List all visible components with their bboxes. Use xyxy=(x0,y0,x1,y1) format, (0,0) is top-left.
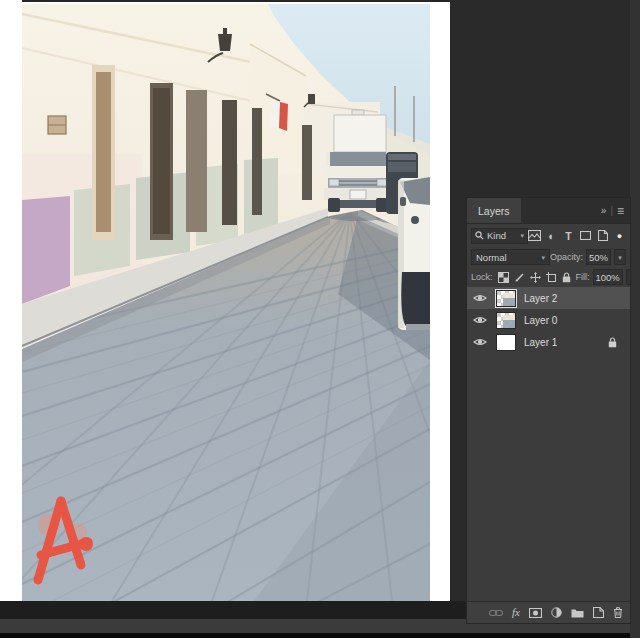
window-top-edge xyxy=(22,0,450,2)
visibility-eye-icon[interactable] xyxy=(473,293,493,303)
collapse-panel-icon[interactable]: » xyxy=(601,205,607,216)
panel-menu-icon[interactable]: ≡ xyxy=(617,204,624,218)
pasteboard-lower xyxy=(0,601,466,619)
lock-all-icon[interactable] xyxy=(562,272,571,283)
filter-smart-objects-icon[interactable] xyxy=(596,230,609,241)
window-bottom-edge xyxy=(0,633,640,638)
new-group-folder-icon[interactable] xyxy=(571,608,584,618)
white-suv xyxy=(398,177,430,330)
new-adjustment-layer-icon[interactable] xyxy=(551,607,562,618)
filter-kind-select[interactable]: Kind ▾ xyxy=(471,228,528,244)
layer-row-layer2[interactable]: Layer 2 xyxy=(467,287,630,309)
add-layer-mask-icon[interactable] xyxy=(529,608,542,618)
layer-thumbnail[interactable] xyxy=(496,290,516,307)
layer-row-layer1[interactable]: Layer 1 xyxy=(467,331,630,353)
chevron-down-icon: ▾ xyxy=(618,254,622,261)
chevron-down-icon: ▾ xyxy=(520,232,524,239)
fill-dropdown-button[interactable]: ▾ xyxy=(626,269,630,285)
opacity-dropdown-button[interactable]: ▾ xyxy=(614,249,626,265)
delete-layer-trash-icon[interactable] xyxy=(613,607,623,618)
panel-footer: fx xyxy=(467,601,630,623)
opacity-value[interactable]: 50% xyxy=(586,249,611,265)
layer-styles-fx-icon[interactable]: fx xyxy=(512,607,520,618)
opacity-label: Opacity: xyxy=(550,252,583,262)
purple-wall-section xyxy=(22,196,70,304)
new-layer-icon[interactable] xyxy=(593,607,604,618)
filter-toggle-icon[interactable]: ● xyxy=(613,231,626,241)
lock-position-icon[interactable] xyxy=(530,272,541,283)
document-canvas[interactable] xyxy=(22,4,430,601)
layer-name: Layer 0 xyxy=(524,315,557,326)
layer-name: Layer 2 xyxy=(524,293,557,304)
filter-row: Kind ▾ ◐ T ● xyxy=(467,224,630,247)
visibility-eye-icon[interactable] xyxy=(473,337,493,347)
blend-row: Normal ▾ Opacity: 50% ▾ xyxy=(467,247,630,267)
blend-mode-select[interactable]: Normal ▾ xyxy=(471,249,550,265)
layer-thumbnail[interactable] xyxy=(496,334,516,351)
fill-value[interactable]: 100% xyxy=(593,269,623,285)
link-layers-icon[interactable] xyxy=(489,609,503,617)
filter-shape-layers-icon[interactable] xyxy=(579,231,592,240)
chevron-down-icon: ▾ xyxy=(541,254,545,261)
filter-kind-label: Kind xyxy=(487,230,506,241)
filter-adjustment-layers-icon[interactable]: ◐ xyxy=(545,230,558,242)
lock-transparent-pixels-icon[interactable] xyxy=(498,272,509,283)
search-icon xyxy=(475,231,484,240)
visibility-eye-icon[interactable] xyxy=(473,315,493,325)
panel-dock-edge xyxy=(630,0,640,638)
layer-thumbnail[interactable] xyxy=(496,312,516,329)
lock-image-pixels-icon[interactable] xyxy=(514,272,525,283)
fill-label: Fill: xyxy=(576,272,590,282)
tab-layers[interactable]: Layers xyxy=(467,198,521,223)
lock-artboard-icon[interactable] xyxy=(546,272,557,283)
lock-label: Lock: xyxy=(471,272,493,282)
layer-row-layer0[interactable]: Layer 0 xyxy=(467,309,630,331)
layer-locked-icon xyxy=(608,337,617,348)
panel-tab-bar: Layers » | ≡ xyxy=(467,198,630,224)
lock-row: Lock: xyxy=(467,267,630,287)
panel-empty-area xyxy=(467,353,630,601)
layer-name: Layer 1 xyxy=(524,337,557,348)
layers-list: Layer 2 Layer 0 Layer 1 xyxy=(467,287,630,353)
filter-pixel-layers-icon[interactable] xyxy=(528,230,541,241)
filter-type-layers-icon[interactable]: T xyxy=(562,230,575,242)
document-page[interactable] xyxy=(0,0,450,601)
app-root: { "canvas": { "description": "Faded phot… xyxy=(0,0,640,638)
tab-separator: | xyxy=(610,205,613,216)
layers-panel: Layers » | ≡ Kind ▾ ◐ T xyxy=(466,197,631,624)
white-van xyxy=(324,110,392,212)
fx-label: fx xyxy=(512,607,520,618)
blend-mode-value: Normal xyxy=(476,252,507,263)
